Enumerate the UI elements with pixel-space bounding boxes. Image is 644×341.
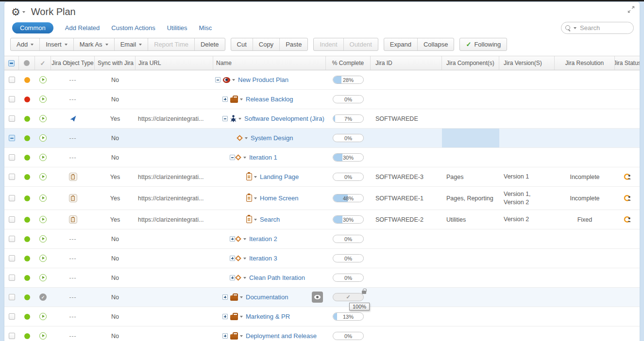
expand-toggle[interactable] xyxy=(222,314,228,319)
chevron-down-icon[interactable] xyxy=(254,176,257,178)
progress-bar[interactable]: ✓ xyxy=(333,293,364,301)
chevron-down-icon[interactable] xyxy=(232,79,235,81)
row-checkbox[interactable] xyxy=(9,174,15,180)
collapse-button[interactable]: Collapse xyxy=(418,38,454,50)
expand-toggle[interactable] xyxy=(215,77,220,82)
tab-add-related[interactable]: Add Related xyxy=(65,24,100,32)
expand-button[interactable]: Expand xyxy=(384,38,418,50)
progress-bar[interactable]: 30% xyxy=(333,153,364,162)
progress-bar[interactable]: 0% xyxy=(333,235,364,243)
item-name-link[interactable]: Software Development (Jira) xyxy=(244,115,324,122)
delete-button[interactable]: Delete xyxy=(195,38,225,50)
expand-toggle[interactable] xyxy=(222,97,228,102)
item-name-link[interactable]: System Design xyxy=(251,134,293,142)
email-button[interactable]: Email xyxy=(115,38,149,50)
item-name-link[interactable]: Documentation xyxy=(246,293,288,301)
chevron-down-icon[interactable] xyxy=(245,137,248,139)
tab-misc[interactable]: Misc xyxy=(199,24,212,32)
chevron-down-icon[interactable] xyxy=(240,296,243,298)
row-checkbox[interactable] xyxy=(9,154,15,161)
chevron-down-icon[interactable] xyxy=(240,335,243,337)
column-header-pct[interactable]: % Complete xyxy=(326,56,371,70)
item-name-link[interactable]: Deployment and Release xyxy=(246,332,317,340)
row-checkbox[interactable] xyxy=(9,135,15,141)
progress-bar[interactable]: 0% xyxy=(333,95,364,103)
expand-toggle[interactable] xyxy=(222,116,228,121)
column-header-jot[interactable]: Jira Object Type xyxy=(51,56,95,70)
chevron-down-icon[interactable] xyxy=(238,118,241,120)
row-checkbox[interactable] xyxy=(9,313,15,320)
column-header-jid[interactable]: Jira ID xyxy=(371,56,442,70)
expand-toggle[interactable] xyxy=(222,294,228,300)
row-checkbox[interactable] xyxy=(9,255,15,261)
add-button[interactable]: Add xyxy=(11,38,40,50)
progress-bar[interactable]: 0% xyxy=(333,254,364,262)
row-checkbox[interactable] xyxy=(9,216,15,223)
copy-button[interactable]: Copy xyxy=(253,38,280,50)
column-header-res[interactable]: Jira Resolution xyxy=(555,56,615,70)
item-name-link[interactable]: Iteration 1 xyxy=(249,154,277,161)
expand-toggle[interactable] xyxy=(230,256,235,261)
item-name-link[interactable]: Release Backlog xyxy=(246,96,293,103)
row-checkbox[interactable] xyxy=(9,333,15,339)
item-name-link[interactable]: Iteration 3 xyxy=(249,255,277,262)
chevron-down-icon[interactable] xyxy=(243,238,246,240)
following-button[interactable]: ✓Following xyxy=(460,38,507,50)
gear-icon[interactable]: ⚙ xyxy=(11,7,25,17)
progress-bar[interactable]: 0% xyxy=(333,173,364,181)
progress-bar[interactable]: 48% xyxy=(333,194,364,202)
row-checkbox[interactable] xyxy=(9,195,15,201)
chevron-down-icon[interactable] xyxy=(254,219,257,221)
item-name-link[interactable]: Marketing & PR xyxy=(246,313,290,320)
mark-as-button[interactable]: Mark As xyxy=(74,38,115,50)
expand-toggle[interactable] xyxy=(230,155,235,160)
search-box[interactable] xyxy=(561,22,634,34)
tab-custom-actions[interactable]: Custom Actions xyxy=(111,24,155,32)
search-input[interactable] xyxy=(579,24,629,32)
tab-common[interactable]: Common xyxy=(12,22,53,33)
indeterminate-checkbox-icon[interactable] xyxy=(8,60,15,66)
expand-diagonal-icon[interactable] xyxy=(627,6,635,15)
column-header-jstat[interactable]: Jira Status xyxy=(615,56,640,70)
progress-bar[interactable]: 13% xyxy=(333,312,364,321)
progress-bar[interactable]: 30% xyxy=(333,215,364,224)
chevron-down-icon[interactable] xyxy=(243,157,246,159)
item-name-link[interactable]: New Product Plan xyxy=(238,76,288,83)
chevron-down-icon[interactable] xyxy=(574,27,576,29)
row-checkbox[interactable] xyxy=(9,115,15,122)
item-name-link[interactable]: Landing Page xyxy=(260,173,299,180)
row-checkbox[interactable] xyxy=(9,236,15,242)
progress-bar[interactable]: 7% xyxy=(333,114,364,123)
row-checkbox[interactable] xyxy=(9,77,15,83)
expand-toggle[interactable] xyxy=(230,236,235,242)
column-header-url[interactable]: Jira URL xyxy=(136,56,213,70)
paste-button[interactable]: Paste xyxy=(280,38,307,50)
column-header-sync[interactable]: Sync with Jira xyxy=(95,56,136,70)
row-checkbox[interactable] xyxy=(9,275,15,281)
chevron-down-icon[interactable] xyxy=(254,197,257,199)
column-header-name[interactable]: Name xyxy=(213,56,326,70)
chevron-down-icon[interactable] xyxy=(243,258,246,260)
column-header-comp[interactable]: Jira Component(s) xyxy=(442,56,499,70)
row-checkbox[interactable] xyxy=(9,294,15,300)
item-name-link[interactable]: Search xyxy=(260,216,280,223)
progress-bar[interactable]: 0% xyxy=(333,332,364,340)
item-name-link[interactable]: Home Screen xyxy=(260,195,298,202)
column-header-status[interactable] xyxy=(19,56,35,70)
progress-bar[interactable]: 0% xyxy=(333,274,364,282)
item-name-link[interactable]: Clean Path Iteration xyxy=(249,274,305,281)
chevron-down-icon[interactable] xyxy=(243,277,246,279)
chevron-down-icon[interactable] xyxy=(240,98,243,100)
expand-toggle[interactable] xyxy=(230,275,235,280)
insert-button[interactable]: Insert xyxy=(40,38,74,50)
chevron-down-icon[interactable] xyxy=(240,316,243,318)
column-header-select[interactable] xyxy=(4,56,19,70)
progress-bar[interactable]: 28% xyxy=(333,76,364,84)
cut-button[interactable]: Cut xyxy=(231,38,253,50)
expand-toggle[interactable] xyxy=(222,333,228,339)
row-checkbox[interactable] xyxy=(9,96,15,102)
column-header-life[interactable]: ✓ xyxy=(35,56,51,70)
eye-icon[interactable] xyxy=(312,292,323,303)
tab-utilities[interactable]: Utilities xyxy=(167,24,187,32)
item-name-link[interactable]: Iteration 2 xyxy=(249,235,277,243)
